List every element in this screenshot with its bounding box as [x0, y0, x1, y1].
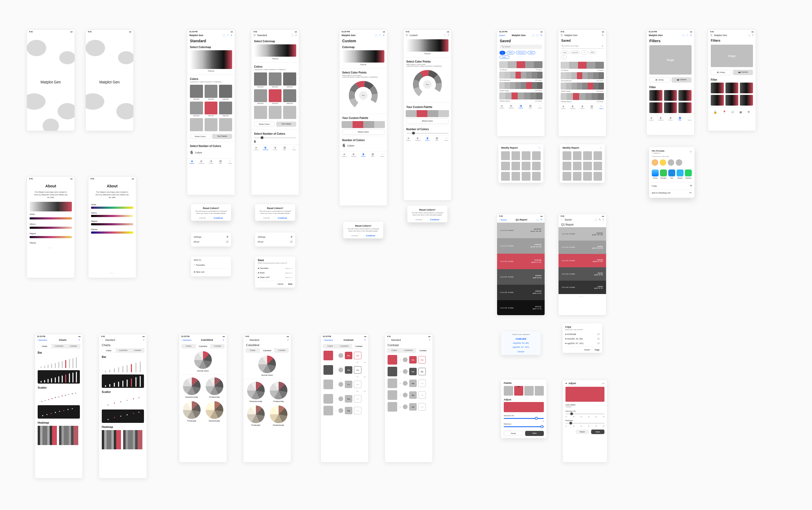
adjust-screen: ● Adjust — Color Name C9616B Saturation …: [563, 379, 607, 462]
gear-icon: ⚙: [227, 236, 229, 238]
menu-icon[interactable]: ☰: [253, 34, 255, 37]
search-input-2[interactable]: 🔍 Search your tags⊚: [561, 44, 604, 49]
scatter-chart-light: [38, 391, 80, 404]
svg-point-11: [42, 415, 43, 416]
share-copy[interactable]: Copy⧉: [652, 183, 692, 188]
alert-cancel[interactable]: Cancel: [199, 217, 206, 219]
bar-chart-dark: [38, 370, 80, 384]
svg-point-19: [108, 405, 109, 406]
standard-screen-1: 01:25 PM Matplot Gen ⬚ ♡ ⇪ Standard Sele…: [187, 29, 235, 195]
color-wheel[interactable]: Text: [349, 81, 378, 110]
save-to-sheet-1: Save to: ♡ Favorites ⊕ New List: [191, 257, 231, 276]
filter-image-placeholder[interactable]: Image: [649, 45, 692, 75]
bar-chart-light: [38, 356, 80, 369]
save-favorites[interactable]: ♡ Favorites: [194, 263, 229, 267]
test-palette-button[interactable]: Test Palette: [212, 134, 232, 139]
save-new-list[interactable]: ⊕ New List: [194, 270, 229, 274]
pin-icon[interactable]: 📍: [723, 110, 726, 114]
svg-point-24: [138, 397, 140, 398]
action-link[interactable]: Action: [499, 34, 505, 37]
tab-saved[interactable]: ♡Saved: [225, 160, 235, 164]
charts-screen-2: 9:41 ←Standard⤴ Charts ChartsColorblindC…: [99, 334, 147, 478]
chip-add[interactable]: ＋: [500, 51, 505, 55]
splash-1: 9:41 Matplot Gen: [27, 29, 75, 131]
svg-point-10: [75, 393, 76, 394]
copied-snackbar: Copied to your clipboard: #C9E1EB hsb(35…: [501, 332, 541, 355]
action-icon[interactable]: ⬚: [223, 34, 225, 37]
colorblind-screen-2: 9:41 ←Standard⤴ Colorblind ChartsColorbl…: [243, 334, 291, 462]
segment-control[interactable]: ChartsColorblindContrast: [37, 344, 81, 348]
reset-colors-button[interactable]: Reset Colors: [342, 129, 384, 135]
adjust-reset[interactable]: Reset: [504, 431, 523, 436]
scatter-chart-dark: [38, 405, 80, 419]
reset-colors-button[interactable]: Reset Colors: [190, 134, 210, 139]
snackbar-cancel[interactable]: Cancel: [504, 350, 538, 353]
back-icon[interactable]: ●: [566, 382, 567, 385]
svg-point-18: [72, 408, 73, 409]
svg-point-4: [55, 397, 56, 398]
menu-settings[interactable]: Settings⚙: [194, 235, 229, 239]
about-1: 9:41 About The Matplot colormaps were cr…: [27, 176, 75, 278]
eye-icon[interactable]: 👁: [747, 110, 750, 114]
svg-point-21: [120, 401, 121, 402]
svg-point-7: [65, 395, 66, 396]
share-reading-list[interactable]: Add to Reading List👓: [652, 191, 692, 195]
share-icon[interactable]: ⇪: [231, 34, 233, 37]
lock-icon[interactable]: 🔒: [714, 110, 717, 114]
adjust-save[interactable]: Save: [525, 431, 544, 436]
tab-explore[interactable]: ◈Explore: [187, 160, 197, 164]
library-btn[interactable]: ▤ Library: [649, 77, 670, 83]
copied-hex: #C9E1EB: [504, 337, 538, 341]
custom-screen-2: 9:41 ☰Custom⬚⤴ Plasma Select Color Point…: [403, 29, 451, 200]
svg-point-5: [58, 396, 59, 397]
close-icon[interactable]: ✕: [690, 150, 692, 153]
contrast-screen-1: 01:25 PM ‹ StandardContrast⇪ ChartsColor…: [321, 334, 369, 462]
weekly-report-card-1: Weekly Report⬚: [499, 144, 543, 183]
svg-point-20: [114, 402, 115, 404]
copy-hsb[interactable]: ● hsb(354, 52, 80)☐: [565, 337, 599, 341]
splash-2: 9:41 Matplot Gen: [86, 29, 133, 131]
about-2: 9:41 About The Matplot colormaps were cr…: [88, 176, 136, 278]
saved-item[interactable]: Q1 Report5 Colors: [499, 61, 542, 70]
svg-point-28: [127, 414, 128, 415]
checkbox-icon[interactable]: ☑: [731, 110, 734, 114]
copy-hex[interactable]: ● #C9616B☐: [565, 332, 599, 337]
num-colors-slider[interactable]: [254, 137, 296, 138]
tab-custom[interactable]: ◑Custom: [206, 160, 216, 164]
svg-point-3: [52, 398, 53, 399]
menu-about[interactable]: Aboutⓘ: [194, 239, 229, 244]
svg-point-27: [120, 416, 121, 417]
box-icon[interactable]: ▣: [739, 110, 742, 114]
copy-rgb[interactable]: ● rgb(203, 97, 107)☐: [565, 341, 599, 346]
page-title: Standard: [187, 38, 235, 44]
save-icon[interactable]: ⬚: [292, 34, 294, 37]
back-link[interactable]: ‹ Saved: [499, 219, 507, 221]
camera-btn[interactable]: 📷 Camera: [671, 77, 692, 83]
copy-sheet: Copy Select your copy format? ● #C9616B☐…: [563, 323, 602, 353]
share-icon[interactable]: ⤴: [295, 34, 297, 37]
svg-point-23: [133, 398, 134, 399]
color-swatch[interactable]: [190, 85, 203, 98]
svg-point-0: [41, 401, 42, 402]
saturation-slider[interactable]: [504, 418, 544, 419]
svg-point-30: [138, 412, 140, 413]
weekly-icon[interactable]: ⬚: [538, 146, 541, 149]
color-count: 6: [190, 150, 193, 155]
charts-screen-1: 01:25 PM ‹ StandardCharts⇪ ChartsColorbl…: [35, 334, 83, 478]
alert-continue[interactable]: Continue: [214, 217, 223, 219]
save-sheet-2: Save Which Favorite would you like to sa…: [255, 257, 295, 288]
svg-point-12: [47, 414, 48, 415]
tab-filter[interactable]: ▦Filter: [216, 160, 225, 164]
colormap-preview[interactable]: [190, 50, 232, 69]
filters-screen-1: 01:25 PM Matplot Gen⬚♡⇪ Filters Image ▤ …: [646, 29, 694, 135]
svg-point-2: [48, 399, 49, 400]
edit-icon[interactable]: ✎: [540, 34, 542, 37]
favorite-icon[interactable]: ♡: [227, 34, 229, 37]
edit-icon[interactable]: ✎: [602, 34, 604, 37]
brightness-slider[interactable]: [504, 426, 544, 427]
search-input[interactable]: 🔍 Search: [500, 45, 542, 49]
svg-point-14: [55, 412, 56, 413]
filter-icon: ⊚: [602, 45, 603, 47]
tab-standard[interactable]: ◐Standard: [197, 160, 207, 164]
back-icon[interactable]: ←: [561, 218, 563, 221]
